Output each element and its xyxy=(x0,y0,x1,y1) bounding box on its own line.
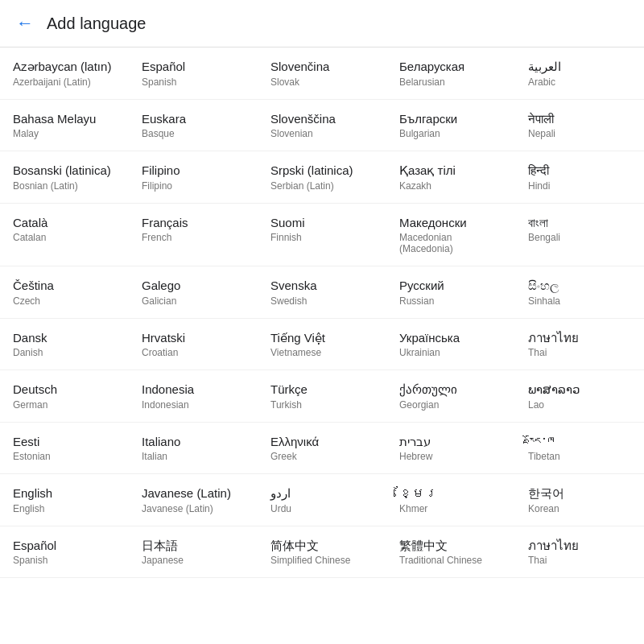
list-item[interactable]: SvenskaSwedish xyxy=(258,266,386,319)
lang-english-name: Arabic xyxy=(528,76,631,88)
lang-native-name: اردو xyxy=(270,485,374,502)
list-item[interactable]: ČeštinaCzech xyxy=(0,266,129,319)
lang-english-name: Belarusian xyxy=(399,76,502,88)
lang-english-name: Sinhala xyxy=(528,295,631,307)
list-item[interactable]: עבריתHebrew xyxy=(386,423,515,475)
lang-native-name: Hrvatski xyxy=(142,330,245,346)
lang-native-name: Ελληνικά xyxy=(270,434,374,450)
lang-english-name: Spanish xyxy=(13,555,116,566)
lang-english-name: Turkish xyxy=(270,399,374,411)
language-grid: Azərbaycan (latın)Azerbaijani (Latin)Esp… xyxy=(0,47,644,578)
list-item[interactable]: EspañolSpanish xyxy=(0,526,129,579)
list-item[interactable]: ΕλληνικάGreek xyxy=(258,423,386,475)
list-item[interactable]: SlovenščinaSlovenian xyxy=(258,100,386,152)
list-item[interactable]: IndonesiaIndonesian xyxy=(129,370,258,423)
list-item[interactable]: БългарскиBulgarian xyxy=(386,100,515,152)
list-item[interactable]: 繁體中文Traditional Chinese xyxy=(386,526,515,579)
list-item[interactable]: МакедонскиMacedonian (Macedonia) xyxy=(386,204,515,267)
list-item[interactable]: རྫོང་ཁTibetan xyxy=(515,423,644,475)
lang-english-name: Thai xyxy=(528,347,631,358)
list-item[interactable]: DanskDanish xyxy=(0,319,129,371)
lang-english-name: Javanese (Latin) xyxy=(142,503,245,514)
list-item[interactable]: සිංහලSinhala xyxy=(515,266,644,319)
lang-english-name: Slovenian xyxy=(270,128,374,139)
list-item[interactable]: УкраїнськаUkrainian xyxy=(386,319,515,371)
lang-native-name: Suomi xyxy=(270,215,374,231)
list-item[interactable]: ພາສາລາວLao xyxy=(515,370,644,423)
lang-native-name: Euskara xyxy=(142,111,245,127)
lang-english-name: Spanish xyxy=(142,76,245,88)
list-item[interactable]: FilipinoFilipino xyxy=(129,151,258,204)
list-item[interactable]: EestiEstonian xyxy=(0,423,129,475)
list-item[interactable]: EnglishEnglish xyxy=(0,474,129,526)
lang-native-name: Беларуская xyxy=(399,59,502,75)
header: ← Add language xyxy=(0,0,644,47)
lang-native-name: Български xyxy=(399,111,502,127)
lang-english-name: Danish xyxy=(13,347,116,358)
list-item[interactable]: ภาษาไทยThai xyxy=(515,319,644,371)
lang-native-name: Tiếng Việt xyxy=(270,330,374,346)
lang-native-name: ภาษาไทย xyxy=(528,330,631,346)
lang-native-name: Filipino xyxy=(142,163,245,179)
lang-native-name: हिन्दी xyxy=(528,163,631,179)
list-item[interactable]: SuomiFinnish xyxy=(258,204,386,267)
list-item[interactable]: বাংলাBengali xyxy=(515,204,644,267)
list-item[interactable]: FrançaisFrench xyxy=(129,204,258,267)
lang-native-name: 繁體中文 xyxy=(399,538,502,554)
lang-english-name: Simplified Chinese xyxy=(270,555,374,566)
lang-english-name: German xyxy=(13,399,116,411)
list-item[interactable]: Bosanski (latinica)Bosnian (Latin) xyxy=(0,151,129,204)
lang-english-name: Bulgarian xyxy=(399,128,502,139)
lang-english-name: Japanese xyxy=(142,555,245,566)
lang-native-name: ภาษาไทย xyxy=(528,538,631,554)
list-item[interactable]: SlovenčinaSlovak xyxy=(258,47,386,100)
list-item[interactable]: ภาษาไทยThai xyxy=(515,526,644,579)
list-item[interactable]: ItalianoItalian xyxy=(129,423,258,475)
page-title: Add language xyxy=(47,14,146,33)
lang-english-name: Slovak xyxy=(270,76,374,88)
list-item[interactable]: РусскийRussian xyxy=(386,266,515,319)
list-item[interactable]: ქართულიGeorgian xyxy=(386,370,515,423)
lang-english-name: Indonesian xyxy=(142,399,245,411)
list-item[interactable]: Tiếng ViệtVietnamese xyxy=(258,319,386,371)
lang-english-name: Korean xyxy=(528,503,631,514)
lang-native-name: Srpski (latinica) xyxy=(270,163,374,179)
list-item[interactable]: नेपालीNepali xyxy=(515,100,644,152)
list-item[interactable]: CatalàCatalan xyxy=(0,204,129,267)
list-item[interactable]: Javanese (Latin)Javanese (Latin) xyxy=(129,474,258,526)
list-item[interactable]: Srpski (latinica)Serbian (Latin) xyxy=(258,151,386,204)
list-item[interactable]: हिन्दीHindi xyxy=(515,151,644,204)
list-item[interactable]: اردوUrdu xyxy=(258,474,386,526)
list-item[interactable]: БеларускаяBelarusian xyxy=(386,47,515,100)
lang-native-name: العربية xyxy=(528,59,631,75)
list-item[interactable]: Azərbaycan (latın)Azerbaijani (Latin) xyxy=(0,47,129,100)
lang-native-name: Қазақ тілі xyxy=(399,163,502,179)
lang-native-name: Galego xyxy=(142,278,245,294)
list-item[interactable]: DeutschGerman xyxy=(0,370,129,423)
list-item[interactable]: 한국어Korean xyxy=(515,474,644,526)
list-item[interactable]: TürkçeTurkish xyxy=(258,370,386,423)
lang-native-name: English xyxy=(13,485,116,502)
list-item[interactable]: 日本語Japanese xyxy=(129,526,258,579)
back-arrow-icon[interactable]: ← xyxy=(16,13,34,34)
lang-native-name: Azərbaycan (latın) xyxy=(13,59,116,75)
list-item[interactable]: ខ្មែរKhmer xyxy=(386,474,515,526)
lang-english-name: Basque xyxy=(142,128,245,139)
lang-english-name: Malay xyxy=(13,128,116,139)
list-item[interactable]: HrvatskiCroatian xyxy=(129,319,258,371)
lang-native-name: Slovenčina xyxy=(270,59,374,75)
lang-native-name: සිංහල xyxy=(528,278,631,294)
list-item[interactable]: Қазақ тіліKazakh xyxy=(386,151,515,204)
lang-english-name: Lao xyxy=(528,399,631,411)
list-item[interactable]: EuskaraBasque xyxy=(129,100,258,152)
list-item[interactable]: GalegoGalician xyxy=(129,266,258,319)
list-item[interactable]: Bahasa MelayuMalay xyxy=(0,100,129,152)
list-item[interactable]: العربيةArabic xyxy=(515,47,644,100)
lang-english-name: Macedonian (Macedonia) xyxy=(399,232,502,254)
lang-english-name: Italian xyxy=(142,451,245,462)
list-item[interactable]: 简体中文Simplified Chinese xyxy=(258,526,386,579)
list-item[interactable]: EspañolSpanish xyxy=(129,47,258,100)
lang-english-name: French xyxy=(142,232,245,243)
lang-english-name: Georgian xyxy=(399,399,502,411)
lang-native-name: Català xyxy=(13,215,116,231)
